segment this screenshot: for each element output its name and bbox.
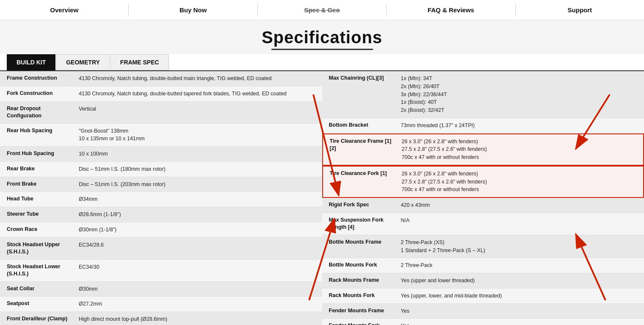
spec-label: Bottom Bracket [329,122,401,129]
spec-label: Fork Construction [7,90,79,97]
spec-value: Ø28.6mm (1-1/8") [79,211,315,219]
page-title-section: Specifications [0,20,644,54]
spec-label: Front Brake [7,181,79,188]
spec-value: Ø30mm [79,285,315,293]
spec-label: Stock Headset Upper (S.H.I.S.) [7,241,79,256]
spec-value: 26 x 3.0" (26 x 2.8" with fenders) 27.5 … [402,170,637,194]
spec-row: Tire Clearance Fork [1]26 x 3.0" (26 x 2… [322,166,644,198]
spec-value: Ø27.2mm [79,300,315,308]
tab-frame-spec[interactable]: FRAME SPEC [111,54,169,70]
top-navigation: Overview Buy Now Spec & Geo FAQ & Review… [0,0,644,20]
spec-label: Head Tube [7,195,79,203]
spec-row: Rack Mounts ForkYes (upper, lower, and m… [322,289,644,304]
spec-label: Rear Dropout Configuration [7,105,79,120]
spec-value: EC34/30 [79,263,315,271]
main-content: Frame Construction4130 Chromoly, Natch t… [0,71,644,325]
nav-support[interactable]: Support [516,0,644,19]
spec-row: Front Derailleur (Clamp)High direct moun… [0,312,322,325]
spec-row: Front Hub Spacing10 x 100mm [0,147,322,162]
spec-row: Tire Clearance Frame [1][2]26 x 3.0" (26… [322,133,644,166]
spec-value: 420 x 43mm [401,201,638,209]
spec-row: Rear Hub Spacing"Gnot-Boost" 138mm 10 x … [0,124,322,147]
tab-build-kit[interactable]: BUILD KIT [7,54,55,70]
spec-row: Head TubeØ34mm [0,192,322,207]
spec-value: N/A [401,217,638,225]
spec-value: Ø34mm [79,195,315,203]
right-specs-col: Max Chainring (CL)[3]1x (Mtn): 34T 2x (M… [322,71,644,325]
spec-row: Fork Construction4130 Chromoly, Natch tu… [0,86,322,102]
nav-spec-geo[interactable]: Spec & Geo [258,0,386,19]
nav-buy-now[interactable]: Buy Now [129,0,257,19]
spec-value: 10 x 100mm [79,150,315,158]
spec-value: Disc – 51mm I.S. (180mm max rotor) [79,165,315,173]
spec-row: Stock Headset Lower (S.H.I.S.)EC34/30 [0,260,322,282]
spec-value: EC34/28.6 [79,241,315,249]
spec-row: Front BrakeDisc – 51mm I.S. (203mm max r… [0,177,322,192]
spec-value: Yes [401,322,638,325]
spec-row: Seat CollarØ30mm [0,282,322,297]
spec-value: 1x (Mtn): 34T 2x (Mtn): 26/40T 3x (Mtn):… [401,75,638,114]
spec-row: Rear BrakeDisc – 51mm I.S. (180mm max ro… [0,162,322,177]
spec-row: Bottom Bracket73mm threaded (1.37" x 24T… [322,118,644,133]
spec-value: 2 Three-Pack (XS) 1 Standard + 2 Three-P… [401,239,638,255]
spec-label: Tire Clearance Fork [1] [330,170,402,178]
spec-row: Crown RaceØ30mm (1-1/8") [0,222,322,238]
spec-row: Fender Mounts ForkYes [322,319,644,325]
spec-label: Front Derailleur (Clamp) [7,315,79,323]
spec-label: Crown Race [7,226,79,233]
spec-value: Disc – 51mm I.S. (203mm max rotor) [79,181,315,189]
spec-value: High direct mount top-pull (Ø28.6mm) 26m… [79,315,315,325]
spec-label: Stock Headset Lower (S.H.I.S.) [7,263,79,278]
spec-row: Rack Mounts FrameYes (upper and lower th… [322,273,644,289]
spec-label: Tire Clearance Frame [1][2] [330,138,402,153]
spec-label: Max Chainring (CL)[3] [329,75,401,82]
spec-value: Ø30mm (1-1/8") [79,226,315,234]
nav-faq[interactable]: FAQ & Reviews [387,0,515,19]
nav-overview[interactable]: Overview [0,0,128,19]
spec-label: Rack Mounts Fork [329,292,401,300]
spec-row: Stock Headset Upper (S.H.I.S.)EC34/28.6 [0,238,322,260]
spec-label: Rear Hub Spacing [7,127,79,135]
spec-row: SeatpostØ27.2mm [0,297,322,312]
spec-value: 4130 Chromoly, Natch tubing, double-butt… [79,75,315,83]
spec-label: Fender Mounts Frame [329,307,401,315]
left-specs-col: Frame Construction4130 Chromoly, Natch t… [0,71,322,325]
spec-value: Yes (upper, lower, and mid-blade threade… [401,292,638,300]
spec-row: Bottle Mounts Frame2 Three-Pack (XS) 1 S… [322,235,644,258]
spec-value: 2 Three-Pack [401,261,638,269]
spec-label: Seatpost [7,300,79,308]
spec-label: Bottle Mounts Frame [329,239,401,246]
spec-value: Yes (upper and lower threaded) [401,277,638,285]
spec-label: Max Suspension Fork Length [4] [329,217,401,231]
spec-value: 73mm threaded (1.37" x 24TPI) [401,122,638,130]
spec-label: Front Hub Spacing [7,150,79,158]
spec-label: Rigid Fork Spec [329,201,401,209]
spec-label: Steerer Tube [7,211,79,218]
spec-label: Seat Collar [7,285,79,293]
spec-row: Bottle Mounts Fork2 Three-Pack [322,258,644,273]
spec-label: Rack Mounts Frame [329,277,401,284]
spec-label: Bottle Mounts Fork [329,261,401,269]
spec-label: Fender Mounts Fork [329,322,401,325]
spec-label: Frame Construction [7,75,79,82]
spec-row: Steerer TubeØ28.6mm (1-1/8") [0,207,322,222]
page-title: Specifications [0,28,644,47]
spec-value: "Gnot-Boost" 138mm 10 x 135mm or 10 x 14… [79,127,315,143]
spec-row: Max Chainring (CL)[3]1x (Mtn): 34T 2x (M… [322,71,644,118]
spec-value: 4130 Chromoly, Natch tubing, double-butt… [79,90,315,98]
spec-row: Rear Dropout ConfigurationVertical [0,102,322,124]
tab-geometry[interactable]: GEOMETRY [56,54,110,70]
spec-label: Rear Brake [7,165,79,173]
content-wrapper: Frame Construction4130 Chromoly, Natch t… [0,71,644,325]
spec-row: Fender Mounts FrameYes [322,304,644,319]
spec-value: Vertical [79,105,315,113]
spec-row: Frame Construction4130 Chromoly, Natch t… [0,71,322,86]
spec-row: Max Suspension Fork Length [4]N/A [322,213,644,235]
spec-row: Rigid Fork Spec420 x 43mm [322,198,644,213]
title-underline [271,49,373,50]
tabs-row: BUILD KIT GEOMETRY FRAME SPEC [0,54,644,71]
spec-value: 26 x 3.0" (26 x 2.8" with fenders) 27.5 … [402,138,637,161]
spec-value: Yes [401,307,638,315]
